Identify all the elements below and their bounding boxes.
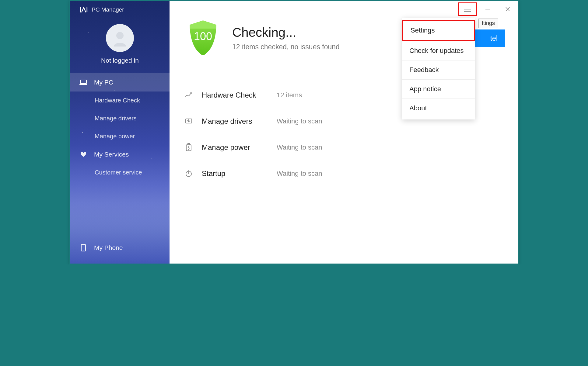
close-button[interactable] — [498, 1, 518, 17]
sidebar-item-hardware-check[interactable]: Hardware Check — [70, 92, 170, 109]
minimize-icon — [485, 6, 490, 12]
svg-rect-14 — [188, 143, 190, 145]
sidebar-item-manage-drivers[interactable]: Manage drivers — [70, 109, 170, 127]
check-row-startup[interactable]: Startup Waiting to scan — [184, 161, 518, 187]
app-title-row: PC Manager — [70, 1, 170, 15]
sidebar-item-manage-power[interactable]: Manage power — [70, 127, 170, 145]
svg-rect-1 — [80, 80, 86, 84]
laptop-icon — [79, 79, 87, 86]
sidebar-item-my-phone[interactable]: My Phone — [70, 239, 170, 257]
sidebar-item-label: Manage power — [95, 133, 135, 140]
main-content: ttings tel Settings Check for updates Fe… — [170, 1, 518, 264]
sidebar-item-label: My Phone — [94, 244, 123, 251]
sidebar: PC Manager Not logged in My PC Hardware … — [70, 1, 170, 264]
hardware-check-icon — [184, 90, 194, 100]
check-label: Manage drivers — [202, 117, 266, 126]
menu-item-label: About — [409, 104, 427, 112]
check-label: Hardware Check — [202, 91, 266, 99]
hamburger-menu-popup: Settings Check for updates Feedback App … — [402, 18, 475, 119]
window-controls — [458, 1, 518, 17]
startup-icon — [184, 168, 194, 179]
app-window: PC Manager Not logged in My PC Hardware … — [69, 0, 519, 264]
menu-item-feedback[interactable]: Feedback — [402, 60, 475, 79]
close-icon — [505, 6, 510, 12]
sidebar-item-my-pc[interactable]: My PC — [70, 73, 170, 92]
menu-item-label: App notice — [409, 85, 441, 93]
logo-icon — [79, 7, 88, 13]
check-status: Waiting to scan — [277, 117, 322, 125]
check-label: Startup — [202, 169, 266, 178]
svg-rect-2 — [79, 84, 87, 85]
hamburger-menu-button[interactable] — [458, 2, 477, 16]
menu-item-check-updates[interactable]: Check for updates — [402, 41, 475, 60]
menu-item-about[interactable]: About — [402, 98, 475, 118]
check-row-power[interactable]: Manage power Waiting to scan — [184, 134, 518, 161]
power-icon — [184, 142, 194, 153]
menu-item-label: Settings — [411, 26, 435, 34]
check-status: Waiting to scan — [277, 170, 322, 178]
menu-item-app-notice[interactable]: App notice — [402, 79, 475, 98]
sidebar-bottom: My Phone — [70, 239, 170, 257]
health-shield: 100 — [187, 19, 219, 57]
cancel-button-label: tel — [490, 34, 498, 43]
sidebar-item-customer-service[interactable]: Customer service — [70, 164, 170, 181]
svg-rect-4 — [83, 250, 84, 250]
phone-icon — [79, 244, 87, 251]
heart-icon — [79, 151, 87, 158]
hero-subtitle: 12 items checked, no issues found — [232, 43, 340, 51]
hero-title: Checking... — [232, 25, 340, 40]
minimize-button[interactable] — [478, 1, 498, 17]
sidebar-item-my-services[interactable]: My Services — [70, 145, 170, 164]
app-title: PC Manager — [92, 6, 124, 13]
drivers-icon — [184, 116, 194, 126]
hero-text: Checking... 12 items checked, no issues … — [232, 25, 340, 51]
sidebar-nav: My PC Hardware Check Manage drivers Mana… — [70, 73, 170, 181]
svg-point-0 — [116, 32, 124, 39]
sidebar-item-label: Hardware Check — [95, 97, 140, 104]
settings-tooltip: ttings — [478, 19, 498, 28]
profile-name: Not logged in — [101, 57, 139, 64]
check-status: Waiting to scan — [277, 143, 322, 151]
avatar-icon — [111, 29, 128, 47]
hamburger-icon — [464, 6, 471, 12]
check-label: Manage power — [202, 143, 266, 152]
sidebar-item-label: Customer service — [95, 169, 142, 176]
menu-item-label: Feedback — [409, 66, 439, 74]
menu-item-settings[interactable]: Settings — [402, 20, 475, 41]
sidebar-item-label: Manage drivers — [95, 115, 137, 122]
check-status: 12 items — [277, 91, 302, 99]
menu-item-label: Check for updates — [409, 47, 464, 54]
profile-area[interactable]: Not logged in — [70, 15, 170, 73]
sidebar-item-label: My PC — [94, 79, 113, 86]
health-score: 100 — [187, 19, 219, 57]
sidebar-item-label: My Services — [94, 151, 129, 158]
avatar[interactable] — [106, 24, 134, 52]
